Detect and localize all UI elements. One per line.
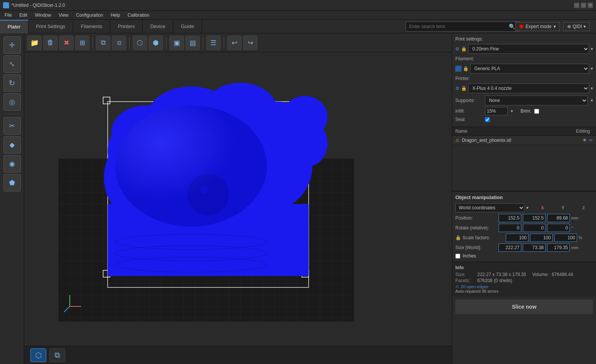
object-list-header: Name Editing [452, 127, 596, 136]
3d-view-button[interactable]: ⬡ [30, 348, 46, 362]
coord-system-select[interactable]: World coordinates [455, 203, 525, 212]
warning-icon: ⚠ [455, 138, 460, 143]
slice-button[interactable]: Slice now [455, 300, 593, 314]
tab-print-settings[interactable]: Print Settings [28, 20, 73, 33]
info-size-label: Size: [455, 272, 474, 277]
object-list-section: Name Editing ⚠ Dragon_and_phoenix.stl 👁 … [452, 127, 596, 191]
size-x-input[interactable] [499, 243, 521, 252]
left-toolbar: ✛ ⤡ ↻ ◎ ✂ ◆ ◉ ⬟ [0, 33, 24, 364]
copy-button[interactable]: ⧉ [96, 36, 110, 50]
viewport-area: 📁 🗑 ✖ ⊞ ⧉ ⧈ ⬡ ⬢ ▣ ▤ ☰ ↩ ↪ [24, 33, 452, 364]
tab-plater[interactable]: Plater [0, 20, 28, 33]
move-tool-button[interactable]: ✛ [3, 36, 21, 54]
printer-label: Printer: [455, 76, 482, 81]
search-input[interactable] [406, 22, 519, 31]
support-paint-button[interactable]: ◉ [3, 155, 21, 173]
scale-tool-button[interactable]: ⤡ [3, 55, 21, 73]
tab-guide[interactable]: Guide [173, 20, 202, 33]
inches-checkbox[interactable] [455, 254, 460, 259]
split-parts-button[interactable]: ⬢ [149, 36, 163, 50]
bottom-toolbar: ⬡ ⧉ [24, 346, 452, 364]
scale-z-input[interactable] [554, 234, 577, 242]
z-axis-label: Z [574, 206, 593, 210]
scale-x-input[interactable] [506, 234, 529, 242]
delete-button[interactable]: 🗑 [43, 36, 58, 50]
window-title: *Untitled - QIDISlicer-1.2.0 [11, 3, 65, 8]
infill-input[interactable] [485, 107, 508, 115]
rotate-x-input[interactable] [499, 224, 521, 232]
arrange-button[interactable]: ⊞ [75, 36, 89, 50]
visibility-toggle[interactable]: 👁 [582, 138, 587, 143]
tab-bar: Plater Print Settings Filaments Printers… [0, 20, 596, 33]
menu-help[interactable]: Help [109, 12, 122, 19]
y-axis-label: Y [554, 206, 572, 210]
object-manipulation-section: Object manipulation World coordinates ▾ … [452, 191, 596, 262]
info-warning: ⚠ 20 open edges [455, 284, 593, 289]
quality-dropdown-icon: ▾ [591, 46, 593, 52]
3d-canvas[interactable] [24, 52, 452, 346]
supports-label: Supports: [455, 98, 482, 103]
position-y-input[interactable] [523, 214, 546, 222]
delete-all-button[interactable]: ✖ [59, 36, 74, 50]
redo-button[interactable]: ↪ [243, 36, 257, 50]
object-list-spacer [452, 145, 596, 191]
undo-button[interactable]: ↩ [227, 36, 242, 50]
menu-view[interactable]: View [57, 12, 70, 19]
place-face-tool-button[interactable]: ◎ [3, 93, 21, 111]
position-x-input[interactable] [499, 214, 521, 222]
size-z-input[interactable] [547, 243, 570, 252]
settings-button[interactable]: ☰ [206, 36, 221, 50]
toolbar-separator-4 [203, 37, 203, 49]
close-button[interactable]: ✕ [588, 3, 593, 8]
rotate-y-input[interactable] [523, 224, 546, 232]
svg-point-64 [115, 105, 267, 227]
quality-select[interactable]: 0.20mm Fine [468, 44, 589, 54]
maximize-button[interactable]: □ [581, 3, 586, 8]
menu-calibration[interactable]: Calibration [126, 12, 151, 19]
info-volume-value: 676496.44 [552, 272, 573, 277]
cut-tool-button[interactable]: ✂ [3, 117, 21, 135]
menu-window[interactable]: Window [33, 12, 53, 19]
object-list-item[interactable]: ⚠ Dragon_and_phoenix.stl 👁 ✏ [452, 136, 596, 145]
object-manipulation-title: Object manipulation [455, 195, 593, 200]
menu-file[interactable]: File [3, 12, 13, 19]
expert-mode-indicator [519, 25, 523, 28]
rotate-tool-button[interactable]: ↻ [3, 74, 21, 92]
tab-filaments[interactable]: Filaments [73, 20, 110, 33]
brim-label: Brim: [521, 108, 531, 114]
size-y-input[interactable] [523, 243, 546, 252]
layout-button[interactable]: ▤ [185, 36, 200, 50]
rotate-z-input[interactable] [547, 224, 570, 232]
tab-printers[interactable]: Printers [110, 20, 143, 33]
scale-lock-icon[interactable]: 🔒 [455, 235, 461, 240]
split-objects-button[interactable]: ⬡ [133, 36, 147, 50]
title-bar: *Untitled - QIDISlicer-1.2.0 ─ □ ✕ [0, 0, 596, 11]
edit-icon[interactable]: ✏ [589, 138, 593, 143]
position-z-input[interactable] [547, 214, 570, 222]
expert-mode-button[interactable]: Expert mode ▾ [515, 22, 560, 31]
top-toolbar: 📁 🗑 ✖ ⊞ ⧉ ⧈ ⬡ ⬢ ▣ ▤ ☰ ↩ ↪ [24, 33, 452, 52]
info-warning-text: 20 open edges [461, 284, 488, 289]
seal-checkbox[interactable] [485, 117, 490, 122]
supports-select[interactable]: None [485, 96, 588, 105]
tab-device[interactable]: Device [143, 20, 173, 33]
seam-tool-button[interactable]: ⬟ [3, 174, 21, 191]
clone-button[interactable]: ⧈ [112, 36, 126, 50]
menu-configuration[interactable]: Configuration [75, 12, 105, 19]
paint-tool-button[interactable]: ◆ [3, 136, 21, 154]
filament-select[interactable]: Generic PLA [470, 64, 589, 74]
open-folder-button[interactable]: 📁 [27, 36, 42, 50]
toolbar-separator-3 [166, 37, 166, 49]
layers-view-button[interactable]: ⧉ [49, 348, 65, 362]
size-unit: mm [571, 245, 580, 250]
toolbar-separator-2 [129, 37, 130, 49]
minimize-button[interactable]: ─ [574, 3, 579, 8]
printer-select[interactable]: X-Plus 4 0.4 nozzle [468, 83, 589, 93]
position-unit: mm [571, 216, 580, 220]
scale-y-input[interactable] [530, 234, 553, 242]
quality-lock-icon: 🔒 [461, 46, 467, 52]
orient-button[interactable]: ▣ [169, 36, 184, 50]
menu-edit[interactable]: Edit [18, 12, 29, 19]
brim-checkbox[interactable] [534, 109, 539, 114]
qidi-button[interactable]: ⊕ QIDI ▾ [563, 22, 590, 31]
